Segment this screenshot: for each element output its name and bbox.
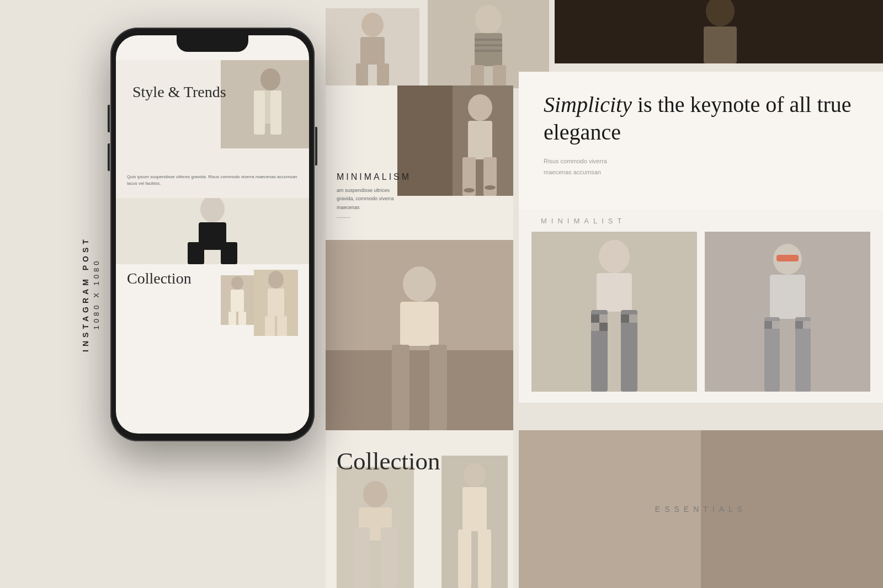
- svg-rect-17: [231, 290, 244, 312]
- svg-rect-12: [268, 288, 284, 316]
- screen-content: Style & Trends Quis ipsum suspendisse ul…: [116, 60, 309, 434]
- svg-rect-81: [478, 530, 491, 588]
- screen-script-title: Style & Trends: [132, 82, 226, 101]
- svg-rect-57: [776, 255, 799, 261]
- sidebar-title-line2: 1080 X 1080: [92, 259, 100, 330]
- collection-fashion-1: [337, 467, 414, 588]
- minimalist-photo-left: [530, 232, 699, 392]
- top-left-fashion-photo: [326, 8, 419, 85]
- collection-right-person: [442, 456, 508, 588]
- phone-button-right: [315, 127, 317, 165]
- minimalist-left-fashion: [530, 232, 699, 392]
- svg-rect-62: [772, 321, 780, 329]
- svg-rect-63: [795, 321, 803, 329]
- elegance-title: Simplicity is the keynote of all true el…: [544, 91, 858, 146]
- phone-frame: Style & Trends Quis ipsum suspendisse ul…: [110, 28, 315, 441]
- svg-point-73: [363, 481, 387, 507]
- minimalist-photo-grid: [530, 232, 872, 392]
- svg-rect-14: [277, 316, 287, 336]
- phone-notch: [177, 35, 248, 52]
- svg-point-1: [260, 68, 280, 90]
- svg-point-38: [468, 94, 492, 121]
- svg-rect-53: [621, 314, 629, 323]
- essentials-panel: ESSENTIALS: [519, 430, 883, 588]
- svg-rect-52: [599, 323, 608, 331]
- sidebar-title-line1: INSTAGRAM POST: [81, 236, 90, 352]
- collection-person-photo: [254, 270, 298, 336]
- top-right-photo-panel: [555, 0, 883, 63]
- collection-bottom-panel: Collection: [326, 430, 513, 588]
- svg-rect-23: [356, 63, 368, 85]
- bottom-left-panel: [326, 240, 513, 430]
- svg-rect-58: [770, 275, 805, 319]
- svg-rect-80: [458, 530, 471, 588]
- svg-rect-71: [429, 345, 447, 430]
- collection-person-2: [221, 275, 254, 325]
- phone-button-left2: [108, 143, 110, 171]
- minimalist-header-panel: MINIMALIST: [519, 210, 883, 232]
- svg-rect-39: [468, 121, 492, 159]
- minimalist-header-text: MINIMALIST: [541, 217, 626, 225]
- phone-button-left1: [108, 105, 110, 132]
- svg-rect-46: [597, 273, 632, 312]
- svg-point-43: [485, 185, 496, 190]
- minimalism-body: am suspendisse ultrices gravida, commodo…: [337, 186, 408, 212]
- elegance-subtitle: Risus commodo viverramaecenas accumsan: [544, 156, 858, 178]
- svg-rect-32: [475, 50, 502, 52]
- svg-rect-22: [360, 37, 385, 65]
- top-left-photo-panel: [326, 8, 419, 85]
- svg-rect-30: [475, 39, 502, 41]
- minimalism-panel: MINIMALISM am suspendisse ultrices gravi…: [326, 85, 513, 240]
- collection-script-phone: Collection: [127, 270, 192, 287]
- minimalist-right-fashion: [703, 232, 872, 392]
- svg-rect-61: [764, 321, 772, 329]
- svg-rect-18: [228, 312, 236, 325]
- svg-rect-24: [377, 63, 389, 85]
- svg-rect-29: [493, 65, 506, 88]
- svg-point-21: [361, 13, 384, 37]
- minimalism-text-block: MINIMALISM am suspendisse ultrices gravi…: [337, 172, 411, 223]
- top-right-dark-photo: [555, 0, 883, 63]
- svg-rect-19: [238, 312, 246, 325]
- svg-point-16: [231, 276, 243, 290]
- elegance-panel: Simplicity is the keynote of all true el…: [519, 72, 883, 210]
- svg-rect-49: [591, 314, 599, 323]
- screen-body-text: Quis ipsum suspendisse ultrices gravida.…: [127, 174, 298, 187]
- minimalism-photo: [397, 85, 513, 196]
- screen-section-style-trends: Style & Trends Quis ipsum suspendisse ul…: [116, 60, 309, 198]
- screen-section-person: [116, 198, 309, 264]
- minimalist-photo-right: [703, 232, 872, 392]
- svg-point-26: [475, 5, 502, 34]
- svg-rect-8: [188, 242, 204, 264]
- svg-rect-76: [381, 527, 397, 588]
- collection-fashion-2: [442, 456, 508, 588]
- svg-rect-3: [254, 90, 265, 135]
- collection-big-script: Collection: [337, 447, 440, 475]
- fashion-figure-4: [221, 275, 254, 325]
- svg-point-78: [464, 463, 486, 487]
- svg-rect-9: [221, 242, 237, 264]
- phone-mockup: Style & Trends Quis ipsum suspendisse ul…: [110, 28, 315, 441]
- svg-rect-51: [591, 323, 599, 331]
- svg-rect-79: [462, 487, 487, 531]
- svg-rect-28: [471, 65, 484, 88]
- svg-rect-35: [704, 26, 737, 63]
- svg-rect-50: [599, 314, 608, 323]
- elegance-title-italic: Simplicity: [544, 92, 632, 117]
- screen-section-collection: Collection: [116, 264, 309, 336]
- svg-rect-31: [475, 44, 502, 46]
- svg-point-45: [599, 240, 630, 273]
- svg-rect-41: [483, 157, 497, 196]
- svg-rect-64: [803, 321, 811, 329]
- bottom-left-fashion-photo: [326, 240, 513, 430]
- minimalism-fashion-photo: [397, 85, 513, 196]
- phone-screen: Style & Trends Quis ipsum suspendisse ul…: [116, 35, 309, 434]
- svg-point-68: [403, 266, 436, 302]
- svg-rect-67: [326, 350, 513, 430]
- svg-rect-4: [270, 90, 281, 135]
- minimalism-divider: [337, 217, 350, 218]
- minimalist-photos-panel: [519, 232, 883, 403]
- fashion-figure-3: [254, 270, 298, 336]
- svg-rect-69: [400, 302, 439, 346]
- svg-point-42: [464, 188, 475, 193]
